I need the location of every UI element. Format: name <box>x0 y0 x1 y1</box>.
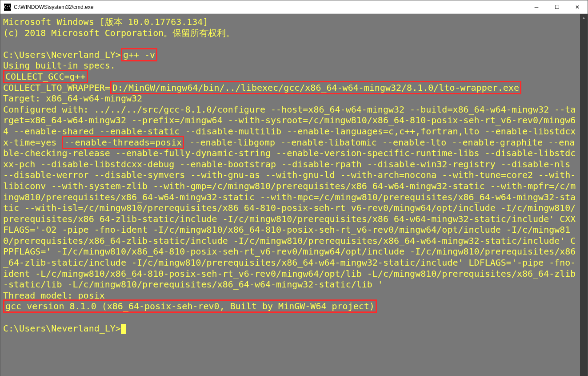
window-controls: ─ ☐ ✕ <box>526 0 588 14</box>
highlight-lto-wrapper: D:/MinGW/mingw64/bin/../libexec/gcc/x86_… <box>110 81 521 94</box>
cmd-window: C:\ C:\WINDOWS\system32\cmd.exe ─ ☐ ✕ Mi… <box>0 0 588 376</box>
prompt: C:\Users\Neverland_LY> <box>3 49 121 60</box>
highlight-collect-gcc: COLLECT_GCC=g++ <box>3 70 88 83</box>
window-title: C:\WINDOWS\system32\cmd.exe <box>14 4 526 10</box>
line-thread-model: Thread model: posix <box>3 290 105 301</box>
line-specs: Using built-in specs. <box>3 60 116 71</box>
cursor <box>121 324 126 334</box>
scroll-track[interactable] <box>580 21 588 376</box>
close-button[interactable]: ✕ <box>567 0 588 14</box>
highlight-command: g++ -v <box>121 48 157 61</box>
titlebar[interactable]: C:\ C:\WINDOWS\system32\cmd.exe ─ ☐ ✕ <box>0 0 588 14</box>
highlight-gcc-version: gcc version 8.1.0 (x86_64-posix-seh-rev0… <box>3 299 377 313</box>
line-configured-2: --enable-libgomp --enable-libatomic --en… <box>3 137 576 290</box>
prompt: C:\Users\Neverland_LY> <box>3 323 121 334</box>
terminal-output[interactable]: Microsoft Windows [版本 10.0.17763.134] (c… <box>0 14 580 376</box>
cmd-icon: C:\ <box>4 4 11 11</box>
highlight-threads-posix: --enable-threads=posix <box>62 136 184 149</box>
maximize-button[interactable]: ☐ <box>547 0 567 14</box>
scroll-up-icon[interactable]: ▲ <box>580 14 588 21</box>
vertical-scrollbar[interactable]: ▲ ▼ <box>580 14 588 376</box>
minimize-button[interactable]: ─ <box>526 0 547 14</box>
annotation-overlay: 想要运行 std::thread，必须要有这个选项 <box>0 356 580 376</box>
line-lto-label: COLLECT_LTO_WRAPPER= <box>3 82 110 93</box>
line-copyright: (c) 2018 Microsoft Corporation。保留所有权利。 <box>3 28 235 38</box>
line-version: Microsoft Windows [版本 10.0.17763.134] <box>3 16 208 27</box>
terminal-area: Microsoft Windows [版本 10.0.17763.134] (c… <box>0 14 588 376</box>
line-target: Target: x86_64-w64-mingw32 <box>3 93 142 104</box>
